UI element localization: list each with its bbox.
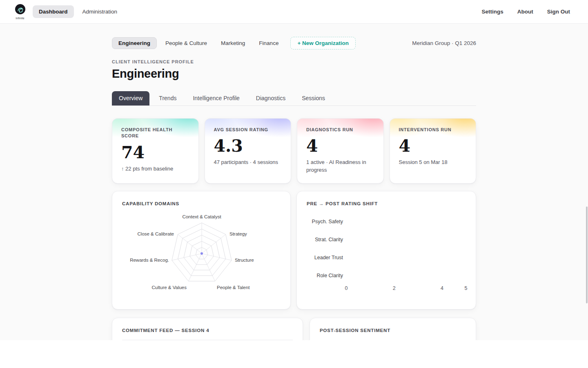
radar-axis-label: Rewards & Recog. (130, 258, 169, 263)
stat-card-composite-health: COMPOSITE HEALTH SCORE 74 ↑ 22 pts from … (112, 118, 199, 184)
stat-value: 4 (306, 138, 374, 155)
axis-tick-label: 5 (465, 285, 468, 291)
capability-domains-panel: CAPABILITY DOMAINS (112, 191, 291, 310)
organization-bar: Engineering People & Culture Marketing F… (112, 37, 476, 49)
nav-link-settings[interactable]: Settings (482, 9, 503, 15)
shift-category-label: Strat. Clarity (307, 237, 343, 242)
panel-title: POST-SESSION SENTIMENT (320, 328, 466, 333)
org-tab-finance[interactable]: Finance (254, 37, 284, 49)
stat-value: 74 (121, 144, 189, 162)
page-title: Engineering (112, 67, 476, 81)
radar-center-dot (200, 252, 203, 255)
stat-card-row: COMPOSITE HEALTH SCORE 74 ↑ 22 pts from … (112, 118, 476, 184)
stat-value: 4.3 (214, 138, 282, 155)
top-navigation: Infinite Dashboard Administration Settin… (0, 0, 588, 24)
stat-subtext: 47 participants · 4 sessions (214, 159, 282, 166)
stat-subtext: ↑ 22 pts from baseline (121, 165, 189, 173)
stat-label: COMPOSITE HEALTH SCORE (121, 127, 189, 139)
stat-label: AVG SESSION RATING (214, 127, 282, 133)
radar-axis-labels: Context & Catalyst Strategy Structure Pe… (130, 214, 254, 290)
secondary-nav: Settings About Sign Out (482, 9, 570, 15)
middle-panel-row: CAPABILITY DOMAINS (112, 191, 476, 310)
radar-axis-label: People & Talent (217, 285, 250, 290)
stat-subtext: Session 5 on Mar 18 (399, 159, 467, 166)
tab-intelligence-profile[interactable]: Intelligence Profile (186, 91, 246, 105)
stat-label: INTERVENTIONS RUN (399, 127, 467, 133)
shift-row: Role Clarity (307, 267, 466, 285)
shift-row: Strat. Clarity (307, 231, 466, 249)
radar-axis-label: Structure (235, 258, 254, 263)
viewport-bottom-fade (0, 340, 588, 368)
nav-link-about[interactable]: About (517, 9, 533, 15)
axis-tick-label: 2 (393, 285, 396, 291)
stat-value: 4 (399, 138, 467, 155)
radar-axis-label: Culture & Values (152, 285, 187, 290)
panel-title: CAPABILITY DOMAINS (122, 201, 281, 206)
org-tab-engineering[interactable]: Engineering (112, 37, 157, 49)
shift-row: Psych. Safety (307, 213, 466, 231)
page-eyebrow: CLIENT INTELLIGENCE PROFILE (112, 59, 476, 64)
shift-x-axis: 0 2 4 5 (346, 285, 466, 292)
dashboard-page: Infinite Dashboard Administration Settin… (0, 0, 588, 368)
tab-diagnostics[interactable]: Diagnostics (249, 91, 292, 105)
stat-card-diagnostics-run: DIAGNOSTICS RUN 4 1 active · AI Readines… (297, 118, 384, 184)
rating-shift-panel: PRE → POST RATING SHIFT Psych. Safety St… (296, 191, 476, 310)
logo: Infinite (13, 4, 27, 20)
nav-item-dashboard[interactable]: Dashboard (33, 5, 74, 18)
panel-title: PRE → POST RATING SHIFT (307, 201, 466, 206)
radar-axis-label: Close & Calibrate (138, 231, 174, 236)
nav-item-administration[interactable]: Administration (76, 5, 124, 18)
radar-spokes (172, 223, 232, 281)
new-organization-button[interactable]: + New Organization (290, 37, 356, 49)
rating-shift-chart: Psych. Safety Strat. Clarity Leader Trus… (307, 213, 466, 285)
stat-card-avg-session-rating: AVG SESSION RATING 4.3 47 participants ·… (205, 118, 292, 184)
stat-card-interventions-run: INTERVENTIONS RUN 4 Session 5 on Mar 18 (390, 118, 477, 184)
brand-name: Infinite (16, 17, 24, 20)
nav-link-sign-out[interactable]: Sign Out (547, 9, 570, 15)
shift-category-label: Leader Trust (307, 255, 343, 260)
profile-tab-bar: Overview Trends Intelligence Profile Dia… (112, 91, 476, 106)
tab-trends[interactable]: Trends (152, 91, 183, 105)
panel-title: COMMITMENT FEED — SESSION 4 (122, 328, 293, 333)
capability-radar-chart: Context & Catalyst Strategy Structure Pe… (122, 209, 281, 302)
axis-tick-label: 0 (345, 285, 348, 291)
org-tab-marketing[interactable]: Marketing (216, 37, 250, 49)
infinite-logo-icon (15, 4, 26, 16)
primary-nav: Dashboard Administration (33, 5, 123, 18)
axis-tick-label: 4 (441, 285, 443, 291)
shift-row: Leader Trust (307, 249, 466, 267)
main-content: Engineering People & Culture Marketing F… (112, 24, 476, 368)
stat-subtext: 1 active · AI Readiness in progress (306, 159, 374, 174)
radar-axis-label: Strategy (229, 231, 247, 236)
tab-overview[interactable]: Overview (112, 91, 149, 105)
scrollbar-thumb[interactable] (586, 206, 588, 303)
radar-axis-label: Context & Catalyst (182, 214, 221, 219)
radar-svg: Context & Catalyst Strategy Structure Pe… (122, 209, 281, 300)
stat-label: DIAGNOSTICS RUN (306, 127, 374, 133)
tab-sessions[interactable]: Sessions (295, 91, 332, 105)
shift-category-label: Psych. Safety (307, 219, 343, 224)
org-tab-people-culture[interactable]: People & Culture (160, 37, 212, 49)
shift-category-label: Role Clarity (307, 273, 343, 278)
org-context-label: Meridian Group · Q1 2026 (412, 40, 476, 46)
